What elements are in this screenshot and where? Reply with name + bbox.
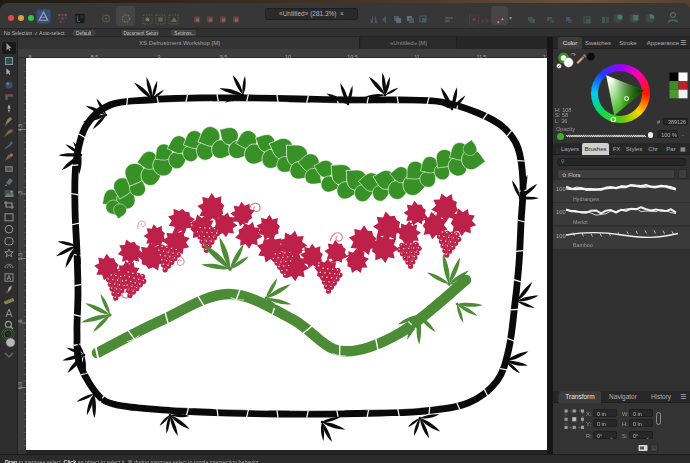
svg-text:6: 6 (18, 319, 23, 322)
svg-text:A: A (7, 274, 12, 281)
svg-text:5.5: 5.5 (18, 253, 23, 260)
svg-text:6.5: 6.5 (18, 382, 23, 389)
svg-text:5: 5 (18, 190, 23, 193)
svg-text:4.5: 4.5 (18, 124, 23, 131)
